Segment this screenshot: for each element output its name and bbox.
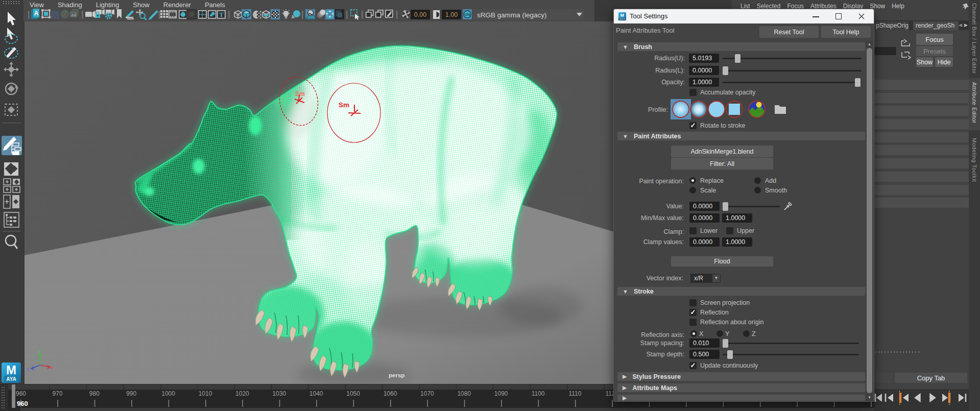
svg-text:Sm: Sm [295, 90, 305, 98]
svg-text:1100: 1100 [532, 390, 545, 397]
svg-text:1090: 1090 [494, 390, 508, 397]
svg-text:MAYA: MAYA [619, 18, 625, 20]
svg-text:1080: 1080 [457, 390, 471, 397]
svg-text:1040: 1040 [309, 390, 323, 397]
svg-text:1030: 1030 [272, 390, 286, 397]
svg-text:sRGB gamma (legacy): sRGB gamma (legacy) [477, 11, 547, 19]
svg-text:0.00: 0.00 [414, 11, 426, 18]
svg-text:960: 960 [17, 400, 28, 407]
svg-text:ON: ON [465, 13, 470, 16]
svg-text:AYA: AYA [6, 376, 16, 382]
svg-text:persp: persp [389, 372, 404, 378]
svg-text:1.00: 1.00 [445, 11, 458, 18]
svg-text:990: 990 [126, 390, 136, 397]
svg-text:x: x [51, 365, 53, 370]
svg-text:T: T [219, 11, 224, 18]
svg-text:1060: 1060 [384, 390, 397, 397]
svg-text:1010: 1010 [199, 390, 212, 397]
svg-text:970: 970 [52, 390, 62, 397]
svg-text:960: 960 [16, 390, 26, 397]
svg-text:M: M [620, 13, 625, 18]
svg-text:M: M [6, 363, 16, 377]
svg-text:Sm: Sm [339, 101, 349, 109]
svg-text:1110: 1110 [569, 390, 582, 397]
svg-text:980: 980 [89, 390, 100, 397]
svg-text:y: y [38, 349, 40, 354]
svg-text:A: A [34, 10, 39, 17]
svg-text:1020: 1020 [235, 390, 249, 397]
svg-text:z: z [27, 367, 29, 372]
svg-text:1050: 1050 [346, 390, 360, 397]
svg-text:1070: 1070 [420, 390, 434, 397]
svg-text:1000: 1000 [161, 390, 175, 397]
